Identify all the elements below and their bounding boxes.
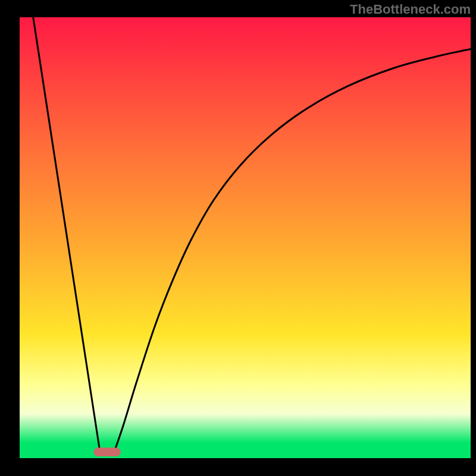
chart-frame: TheBottleneck.com bbox=[0, 0, 476, 476]
heat-gradient bbox=[20, 17, 471, 458]
plot-area bbox=[20, 17, 471, 458]
watermark-text: TheBottleneck.com bbox=[350, 2, 471, 17]
